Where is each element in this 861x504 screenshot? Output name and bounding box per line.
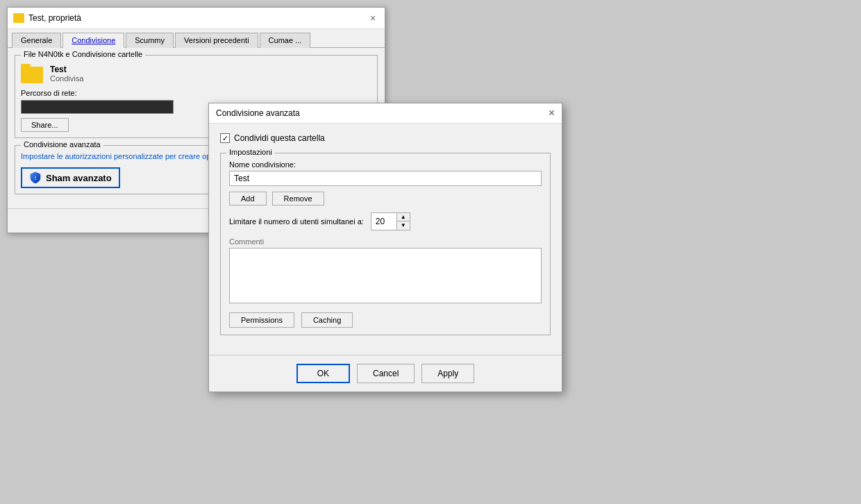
main-dialog-title: Test, proprietà [28,13,81,23]
limit-label: Limitare il numero di utenti simultanei … [229,217,364,226]
commenti-label: Commenti [229,237,542,246]
file-section-label: File N4N0tk e Condivisione cartelle [21,50,145,58]
impostazioni-label: Impostazioni [226,148,275,156]
adv-dialog-close-button[interactable]: × [549,108,555,119]
adv-dialog-titlebar: Condivisione avanzata × [209,103,562,124]
checkbox-label: Condividi questa cartella [234,133,325,143]
main-dialog-close-button[interactable]: × [367,12,379,24]
checkbox-row: ✓ Condividi questa cartella [220,133,551,143]
tab-generale[interactable]: Generale [12,33,61,48]
network-path-input[interactable] [21,100,174,114]
spinner-up-button[interactable]: ▲ [397,213,410,221]
share-button[interactable]: Share... [21,118,69,132]
impostazioni-box: Impostazioni Nome condivisione: Add Remo… [220,153,551,335]
folder-name: Test [50,65,83,74]
limit-spinner: ▲ ▼ [371,212,410,230]
advanced-sharing-dialog: Condivisione avanzata × ✓ Condividi ques… [208,103,562,392]
tab-cumae[interactable]: Cumae ... [260,33,311,48]
share-folder-checkbox[interactable]: ✓ [220,133,230,143]
tab-scummy[interactable]: Scummy [126,33,174,48]
perm-caching-row: Permissions Caching [229,312,542,328]
adv-dialog-footer: OK Cancel Apply [209,355,562,392]
folder-row: Test Condivisa [21,64,371,83]
tab-condivisione[interactable]: Condivisione [62,33,124,48]
adv-apply-button[interactable]: Apply [421,364,474,383]
folder-icon-large [21,64,43,83]
limit-input[interactable] [371,215,396,228]
desktop: Test, proprietà × Generale Condivisione … [0,0,861,504]
advanced-sharing-button[interactable]: ! Sham avanzato [21,167,120,188]
adv-dialog-content: ✓ Condividi questa cartella Impostazioni… [209,124,562,355]
remove-button[interactable]: Remove [272,192,324,205]
spinner-down-button[interactable]: ▼ [397,221,410,230]
folder-info: Test Condivisa [50,65,83,83]
adv-btn-label: Sham avanzato [46,173,112,183]
spinner-arrows: ▲ ▼ [396,213,410,230]
adv-cancel-button[interactable]: Cancel [357,364,415,383]
nome-field-row: Nome condivisione: [229,160,542,186]
tab-versioni-precedenti[interactable]: Versioni precedenti [175,33,258,48]
adv-ok-button[interactable]: OK [296,364,350,383]
nome-input[interactable] [229,171,542,186]
caching-button[interactable]: Caching [301,312,353,328]
adv-section-label: Condivisione avanzata [21,140,103,149]
add-remove-row: Add Remove [229,192,542,205]
adv-dialog-title: Condivisione avanzata [216,108,300,118]
tabs-bar: Generale Condivisione Scummy Versioni pr… [8,29,385,48]
shield-icon: ! [29,171,42,184]
commenti-textarea[interactable] [229,248,542,303]
network-label-text: Percorso di rete: [21,89,371,97]
limit-row: Limitare il numero di utenti simultanei … [229,212,542,230]
svg-text:!: ! [35,175,37,181]
folder-status: Condivisa [50,74,83,83]
permissions-button[interactable]: Permissions [229,312,294,328]
main-dialog-titlebar: Test, proprietà × [8,8,385,29]
add-button[interactable]: Add [229,192,267,205]
folder-icon-small [13,13,24,23]
nome-label: Nome condivisione: [229,160,542,169]
titlebar-left: Test, proprietà [13,13,81,23]
